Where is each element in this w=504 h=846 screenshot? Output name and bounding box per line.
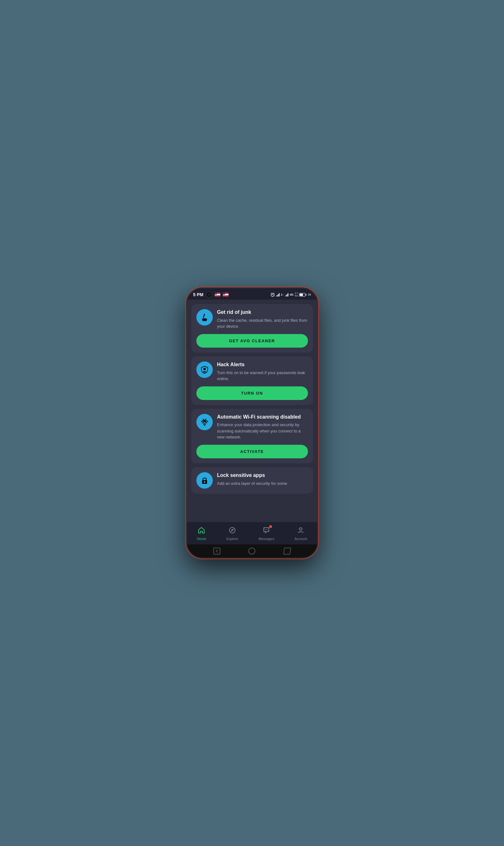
wifi-scan-desc: Enhance your data protection and securit… (217, 422, 308, 441)
hack-alerts-card-text: Hack Alerts Turn this on to be warned if… (217, 362, 308, 382)
network-speed: 2.7K/s (295, 292, 298, 297)
alarm-icon (270, 292, 275, 297)
status-time: 5 PM (193, 292, 204, 297)
wifi-scan-card: Automatic Wi-Fi scanning disabled Enhanc… (191, 409, 313, 463)
svg-point-20 (204, 425, 205, 426)
svg-point-30 (300, 528, 302, 530)
junk-card-text: Get rid of junk Clean the cache, residua… (217, 309, 308, 330)
phone-screen: 5 PM (187, 288, 318, 558)
home-icon (198, 526, 205, 536)
lock-apps-card: Lock sensitive apps Add an extra layer o… (191, 467, 313, 494)
nav-home-label: Home (197, 537, 206, 541)
home-gesture[interactable] (248, 548, 255, 554)
battery-icon (299, 293, 306, 296)
broom-icon (196, 309, 213, 326)
svg-line-13 (271, 293, 272, 294)
phone-frame: 5 PM (186, 287, 318, 559)
svg-point-29 (267, 529, 268, 530)
svg-point-26 (232, 530, 233, 531)
flag-icon-2 (223, 292, 229, 297)
signal-bars-1 (276, 293, 280, 296)
back-gesture[interactable] (213, 548, 220, 554)
lock-apps-desc: Add an extra layer of security for some (217, 480, 308, 487)
account-icon (297, 526, 305, 536)
camera-notch (206, 292, 212, 298)
bottom-nav: Home Explore (187, 522, 318, 545)
explore-icon (229, 526, 236, 536)
svg-point-28 (266, 529, 267, 530)
battery-percent: 39 (308, 293, 311, 296)
hack-alerts-desc: Turn this on to be warned if your passwo… (217, 370, 308, 382)
svg-point-24 (204, 481, 205, 483)
nav-explore-label: Explore (226, 537, 238, 541)
svg-point-19 (203, 368, 206, 370)
network-type: 4G (290, 293, 293, 296)
status-bar: 5 PM (187, 288, 318, 300)
nav-explore[interactable]: Explore (222, 525, 242, 542)
junk-card-title: Get rid of junk (217, 309, 308, 316)
junk-card-desc: Clean the cache, residual files, and jun… (217, 317, 308, 330)
svg-line-14 (274, 293, 274, 294)
junk-card: Get rid of junk Clean the cache, residua… (191, 304, 313, 353)
nav-home[interactable]: Home (193, 525, 210, 542)
svg-rect-8 (223, 295, 229, 297)
turn-on-button[interactable]: TURN ON (196, 386, 308, 400)
lock-icon (196, 472, 213, 489)
messages-icon (263, 526, 270, 536)
hack-alerts-title: Hack Alerts (217, 362, 308, 368)
svg-rect-9 (223, 292, 225, 295)
flag-icon-1 (215, 292, 220, 297)
wifi-scan-title: Automatic Wi-Fi scanning disabled (217, 414, 308, 420)
get-avg-cleaner-button[interactable]: GET AVG CLEANER (196, 334, 308, 348)
network-1x: 1↑ (281, 293, 284, 296)
hack-alerts-card: Hack Alerts Turn this on to be warned if… (191, 357, 313, 405)
wifi-scan-icon (196, 414, 213, 430)
messages-badge (269, 525, 272, 528)
activate-button[interactable]: ACTIVATE (196, 445, 308, 458)
lock-apps-title: Lock sensitive apps (217, 472, 308, 479)
lock-apps-card-text: Lock sensitive apps Add an extra layer o… (217, 472, 308, 486)
wifi-scan-card-text: Automatic Wi-Fi scanning disabled Enhanc… (217, 414, 308, 441)
svg-point-27 (265, 529, 266, 530)
gesture-bar (187, 545, 318, 558)
nav-account-label: Account (295, 537, 307, 541)
recents-gesture[interactable] (283, 548, 291, 554)
nav-account[interactable]: Account (291, 525, 311, 542)
svg-rect-3 (215, 295, 220, 297)
signal-bars-2 (285, 293, 288, 296)
shield-person-icon (196, 362, 213, 378)
status-icons: 1↑ 4G 2.7K/s 3 (270, 292, 311, 297)
nav-messages[interactable]: Messages (255, 525, 278, 542)
svg-rect-4 (215, 292, 217, 295)
scroll-content[interactable]: Get rid of junk Clean the cache, residua… (187, 300, 318, 522)
nav-messages-label: Messages (258, 537, 274, 541)
status-left: 5 PM (193, 292, 229, 298)
svg-rect-15 (203, 313, 205, 318)
